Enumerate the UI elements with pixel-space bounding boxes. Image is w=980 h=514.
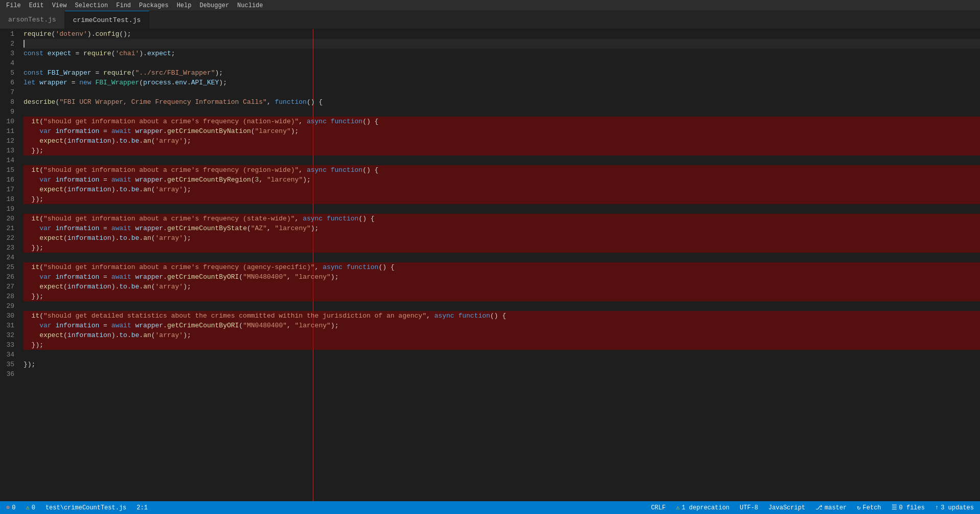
code-line-28: }); (24, 292, 980, 301)
deprecation-label: 1 deprecation (681, 504, 730, 511)
warning-icon: ⚠ (26, 504, 29, 511)
tab-crimecounttest[interactable]: crimeCountTest.js (65, 11, 150, 29)
error-number: 0 (12, 504, 15, 511)
line-ending[interactable]: CRLF (649, 501, 668, 514)
updates-icon: ↑ (935, 504, 939, 511)
code-line-27: expect(information).to.be.an('array'); (24, 282, 980, 292)
line-num-31: 31 (0, 321, 17, 330)
code-line-33: }); (24, 340, 980, 350)
file-path[interactable]: test\crimeCountTest.js (43, 501, 128, 514)
line-ending-label: CRLF (651, 504, 666, 511)
status-right: CRLF ⚠ 1 deprecation UTF-8 JavaScript ⎇ … (649, 501, 976, 514)
line-num-8: 8 (0, 97, 17, 107)
code-line-16: var information = await wrapper.getCrime… (24, 175, 980, 185)
code-line-6: let wrapper = new FBI_Wrapper(process.en… (24, 78, 980, 87)
code-line-13: }); (24, 146, 980, 155)
status-left: ⊗ 0 ⚠ 0 test\crimeCountTest.js 2:1 (4, 501, 150, 514)
line-num-6: 6 (0, 78, 17, 87)
encoding[interactable]: UTF-8 (738, 501, 760, 514)
code-line-34 (24, 350, 980, 360)
line-num-24: 24 (0, 253, 17, 262)
line-num-1: 1 (0, 29, 17, 39)
menu-debugger[interactable]: Debugger (195, 1, 233, 10)
error-count[interactable]: ⊗ 0 (4, 501, 17, 514)
code-line-10: it("should get information about a crime… (24, 117, 980, 126)
menu-bar: File Edit View Selection Find Packages H… (0, 0, 980, 11)
deprecation-icon: ⚠ (676, 504, 679, 511)
code-line-9 (24, 107, 980, 117)
fetch-button[interactable]: ↻ Fetch (855, 501, 883, 514)
position-label: 2:1 (136, 504, 148, 511)
menu-view[interactable]: View (48, 1, 71, 10)
code-line-18: }); (24, 194, 980, 204)
files-icon: ☰ (892, 504, 897, 511)
line-num-14: 14 (0, 155, 17, 165)
code-line-25: it("should get information about a crime… (24, 262, 980, 272)
line-num-35: 35 (0, 360, 17, 369)
line-num-27: 27 (0, 282, 17, 292)
code-line-14 (24, 155, 980, 165)
language-label: JavaScript (768, 504, 805, 511)
deprecation-warning[interactable]: ⚠ 1 deprecation (674, 501, 732, 514)
line-num-18: 18 (0, 194, 17, 204)
filepath-label: test\crimeCountTest.js (45, 504, 126, 511)
fetch-icon: ↻ (857, 504, 860, 511)
code-line-19 (24, 204, 980, 214)
line-num-2: 2 (0, 39, 17, 49)
line-num-3: 3 (0, 49, 17, 58)
line-num-19: 19 (0, 204, 17, 214)
code-line-35: }); (24, 360, 980, 369)
code-line-24 (24, 253, 980, 262)
code-line-26: var information = await wrapper.getCrime… (24, 272, 980, 282)
code-line-22: expect(information).to.be.an('array'); (24, 233, 980, 243)
line-num-26: 26 (0, 272, 17, 282)
code-area[interactable]: require('dotenv').config(); const expect… (21, 29, 980, 501)
code-line-4 (24, 58, 980, 68)
code-line-32: expect(information).to.be.an('array'); (24, 330, 980, 340)
line-num-12: 12 (0, 136, 17, 146)
git-branch[interactable]: ⎇ master (813, 501, 849, 514)
warning-count[interactable]: ⚠ 0 (24, 501, 37, 514)
code-line-17: expect(information).to.be.an('array'); (24, 185, 980, 194)
code-line-1: require('dotenv').config(); (24, 29, 980, 39)
code-line-31: var information = await wrapper.getCrime… (24, 321, 980, 330)
line-num-17: 17 (0, 185, 17, 194)
line-num-29: 29 (0, 301, 17, 311)
line-num-7: 7 (0, 87, 17, 97)
tab-arsontest[interactable]: arsonTest.js (0, 11, 65, 29)
warning-number: 0 (32, 504, 35, 511)
menu-packages[interactable]: Packages (135, 1, 173, 10)
line-num-13: 13 (0, 146, 17, 155)
line-num-34: 34 (0, 350, 17, 360)
fetch-label: Fetch (863, 504, 881, 511)
error-icon: ⊗ (6, 504, 10, 511)
line-num-20: 20 (0, 214, 17, 224)
branch-label: master (825, 504, 847, 511)
line-num-36: 36 (0, 369, 17, 379)
menu-help[interactable]: Help (173, 1, 196, 10)
menu-nuclide[interactable]: Nuclide (233, 1, 267, 10)
line-num-25: 25 (0, 262, 17, 272)
menu-find[interactable]: Find (112, 1, 135, 10)
line-num-16: 16 (0, 175, 17, 185)
line-num-32: 32 (0, 330, 17, 340)
code-line-30: it("should get detailed statistics about… (24, 311, 980, 321)
files-count[interactable]: ☰ 0 files (890, 501, 927, 514)
updates-label: 3 updates (941, 504, 974, 511)
cursor-position[interactable]: 2:1 (134, 501, 150, 514)
code-line-23: }); (24, 243, 980, 253)
code-line-8: describe("FBI UCR Wrapper, Crime Frequen… (24, 97, 980, 107)
editor: 1 2 3 4 5 6 7 8 9 10 11 12 13 14 15 16 1… (0, 29, 980, 501)
line-num-4: 4 (0, 58, 17, 68)
code-line-5: const FBI_Wrapper = require("../src/FBI_… (24, 68, 980, 78)
code-line-36 (24, 369, 980, 379)
line-numbers: 1 2 3 4 5 6 7 8 9 10 11 12 13 14 15 16 1… (0, 29, 21, 501)
menu-selection[interactable]: Selection (71, 1, 112, 10)
code-line-21: var information = await wrapper.getCrime… (24, 224, 980, 233)
language-mode[interactable]: JavaScript (766, 501, 807, 514)
menu-edit[interactable]: Edit (25, 1, 48, 10)
line-num-10: 10 (0, 117, 17, 126)
line-num-23: 23 (0, 243, 17, 253)
updates-count[interactable]: ↑ 3 updates (933, 501, 976, 514)
menu-file[interactable]: File (2, 1, 25, 10)
